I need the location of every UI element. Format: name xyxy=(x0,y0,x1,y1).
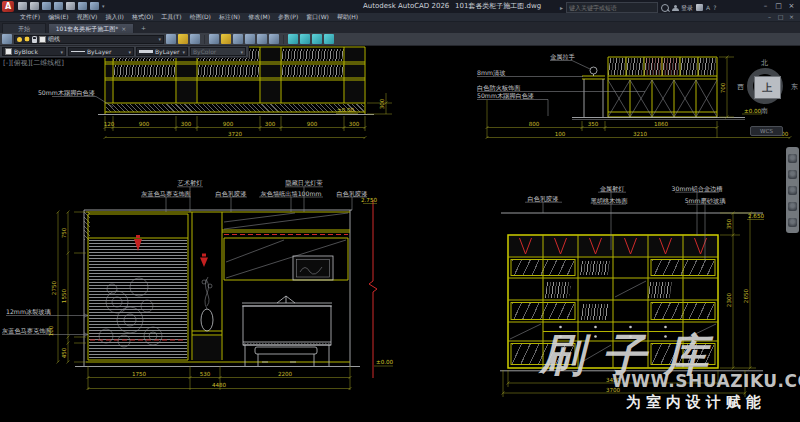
wcs-dropdown[interactable]: WCS xyxy=(750,126,783,136)
linetype-value: ByLayer xyxy=(87,48,111,55)
current-layer-name: 细线 xyxy=(48,35,60,44)
quick-access-toolbar: ▾ xyxy=(18,2,105,10)
new-file-icon[interactable] xyxy=(18,2,27,10)
pan-icon[interactable] xyxy=(788,170,797,179)
redo-icon[interactable] xyxy=(90,2,99,10)
compass-south-label[interactable]: 南 xyxy=(761,106,768,116)
wall-hatch xyxy=(84,212,90,240)
toolbar-separator xyxy=(283,35,284,44)
lineweight-dropdown[interactable]: ByLayer ▾ xyxy=(136,47,188,56)
app-title: Autodesk AutoCAD 2026 xyxy=(363,0,449,13)
maximize-button[interactable]: □ xyxy=(772,0,785,12)
niche-base xyxy=(193,336,221,360)
layer-lock-icon[interactable] xyxy=(32,39,37,43)
menu-file[interactable]: 文件(F) xyxy=(16,13,44,21)
picture-backing xyxy=(294,257,332,279)
make-object-layer-current-icon[interactable] xyxy=(166,34,176,44)
new-tab-button[interactable]: + xyxy=(138,23,149,33)
color-swatch xyxy=(5,48,12,55)
chevron-down-icon[interactable]: ▾ xyxy=(158,36,161,42)
title-bar: A ▾ Autodesk AutoCAD 2026 101套各类柜子施工图.dw… xyxy=(0,0,800,13)
file-tab-bar: 开始 101套各类柜子施工图* × + xyxy=(0,22,800,33)
compass-east-label[interactable]: 东 xyxy=(791,82,798,92)
search-icon[interactable] xyxy=(661,4,669,12)
menu-modify[interactable]: 修改(M) xyxy=(244,13,274,21)
layer-off-icon[interactable] xyxy=(245,34,255,44)
books-texture xyxy=(580,261,610,275)
layer-color-swatch[interactable] xyxy=(39,36,46,43)
orbit-icon[interactable] xyxy=(788,202,797,211)
linetype-dropdown[interactable]: ByLayer ▾ xyxy=(68,47,134,56)
layer-dropdown[interactable]: 细线 ▾ xyxy=(14,35,164,44)
menu-tools[interactable]: 工具(T) xyxy=(157,13,185,21)
viewport-controls-label[interactable]: [-][俯视][二维线框] xyxy=(3,58,64,68)
compass-north-label[interactable]: 北 xyxy=(761,58,768,68)
steering-wheel-icon[interactable] xyxy=(788,154,797,163)
sign-in-label[interactable]: 登录 xyxy=(681,3,693,12)
books-texture xyxy=(281,65,344,77)
minimize-button[interactable]: – xyxy=(759,0,772,12)
object-color-dropdown[interactable]: ByBlock ▾ xyxy=(2,47,66,56)
toolbar-separator xyxy=(204,35,205,44)
sign-in-user-icon[interactable] xyxy=(672,5,678,11)
properties-toolbar: ByBlock ▾ ByLayer ▾ ByLayer ▾ ByColor ▾ xyxy=(0,46,249,58)
zoom-icon[interactable] xyxy=(788,186,797,195)
red-books-texture xyxy=(646,58,679,75)
navigation-bar[interactable] xyxy=(786,147,799,233)
layer-thaw-sun-icon[interactable] xyxy=(24,36,30,42)
menu-draw[interactable]: 绘图(D) xyxy=(186,13,215,21)
menu-view[interactable]: 视图(V) xyxy=(73,13,102,21)
chevron-down-icon[interactable]: ▾ xyxy=(60,49,63,55)
close-button[interactable]: × xyxy=(785,0,798,12)
menu-edit[interactable]: 编辑(E) xyxy=(44,13,72,21)
menu-bar: 文件(F) 编辑(E) 视图(V) 插入(I) 格式(O) 工具(T) 绘图(D… xyxy=(0,13,800,22)
layer-freeze-viewport-icon[interactable] xyxy=(300,34,310,44)
autodesk-alerts-icon[interactable]: A xyxy=(706,3,710,12)
menu-format[interactable]: 格式(O) xyxy=(128,13,157,21)
customize-quick-access-icon[interactable]: ▾ xyxy=(102,2,105,10)
menu-help[interactable]: 帮助(H) xyxy=(333,13,362,21)
layer-match-icon[interactable] xyxy=(178,34,188,44)
menu-dimension[interactable]: 标注(N) xyxy=(215,13,244,21)
document-title: 101套各类柜子施工图.dwg xyxy=(455,0,541,13)
books-texture xyxy=(581,304,609,320)
plot-icon[interactable] xyxy=(66,2,75,10)
compass-west-label[interactable]: 西 xyxy=(737,82,744,92)
search-input[interactable] xyxy=(566,2,658,13)
doc-close-button[interactable]: × xyxy=(786,13,797,21)
save-as-icon[interactable] xyxy=(54,2,63,10)
showmotion-icon[interactable] xyxy=(788,218,797,227)
chevron-down-icon[interactable]: ▾ xyxy=(128,49,131,55)
spotlight-row xyxy=(509,236,717,256)
chevron-down-icon: ▾ xyxy=(240,49,243,55)
help-icon[interactable]: ? xyxy=(713,3,716,12)
color-value: ByBlock xyxy=(14,48,38,55)
doc-minimize-button[interactable]: – xyxy=(764,13,775,21)
doc-restore-button[interactable]: □ xyxy=(775,13,786,21)
menu-parametric[interactable]: 参数(P) xyxy=(274,13,302,21)
divider-slot xyxy=(345,48,364,102)
chevron-down-icon[interactable]: ▾ xyxy=(182,49,185,55)
layer-unlock-icon[interactable] xyxy=(269,34,279,44)
books-texture xyxy=(281,49,344,61)
menu-insert[interactable]: 插入(I) xyxy=(101,13,127,21)
layer-properties-icon[interactable] xyxy=(2,34,12,44)
layer-previous-icon[interactable] xyxy=(190,34,200,44)
open-file-icon[interactable] xyxy=(30,2,39,10)
lineweight-value: ByLayer xyxy=(155,48,179,55)
layer-lock-toggle-icon[interactable] xyxy=(257,34,267,44)
watermark-url: WWW.SHUAZIKU.COM xyxy=(612,371,800,391)
layer-isolate-icon[interactable] xyxy=(209,34,219,44)
louver-texture xyxy=(89,240,187,358)
menu-window[interactable]: 窗口(W) xyxy=(302,13,333,21)
layer-walk-icon[interactable] xyxy=(288,34,298,44)
layer-freeze-icon[interactable] xyxy=(233,34,243,44)
layer-merge-icon[interactable] xyxy=(312,34,322,44)
app-store-cart-icon[interactable] xyxy=(696,4,703,11)
layer-unisolate-icon[interactable] xyxy=(221,34,231,44)
undo-icon[interactable] xyxy=(78,2,87,10)
save-icon[interactable] xyxy=(42,2,51,10)
layer-on-bulb-icon[interactable] xyxy=(17,37,22,42)
layer-delete-icon[interactable] xyxy=(324,34,334,44)
autocad-logo[interactable]: A xyxy=(2,1,14,12)
